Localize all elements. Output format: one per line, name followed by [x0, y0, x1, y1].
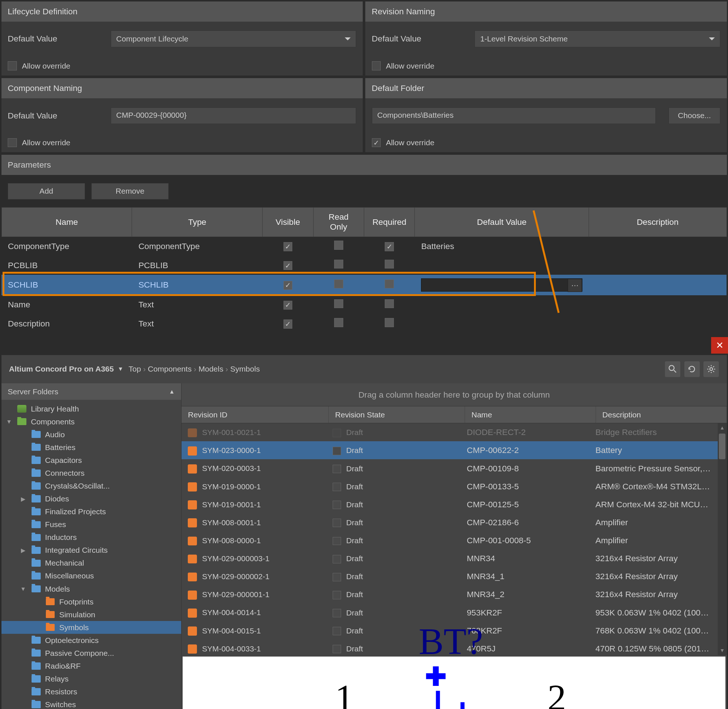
expand-icon[interactable]: ▶ — [19, 547, 27, 554]
close-button[interactable]: ✕ — [711, 337, 728, 354]
grid-row[interactable]: SYM-019-0001-1DraftCMP-00125-5ARM Cortex… — [182, 496, 718, 514]
checkbox[interactable] — [333, 483, 341, 491]
expand-icon[interactable]: ▶ — [19, 495, 27, 503]
grid-row[interactable]: SYM-001-0021-1DraftDIODE-RECT-2Bridge Re… — [182, 423, 718, 441]
tree-item[interactable]: Resistors — [1, 686, 181, 698]
grid-column-header[interactable]: Revision State — [328, 406, 465, 423]
expand-icon[interactable] — [19, 636, 27, 644]
checkbox[interactable] — [333, 609, 341, 617]
grid-row[interactable]: SYM-008-0000-1DraftCMP-001-0008-5Amplifi… — [182, 531, 718, 550]
scroll-down-icon[interactable]: ▼ — [719, 648, 725, 654]
tree-item[interactable]: Miscellaneous — [1, 570, 181, 582]
refresh-icon[interactable] — [684, 361, 700, 377]
expand-icon[interactable] — [19, 649, 27, 657]
column-header[interactable]: Required — [364, 208, 414, 237]
expand-icon[interactable] — [34, 598, 41, 605]
scrollbar-thumb[interactable] — [719, 433, 725, 459]
grid-column-header[interactable]: Revision ID — [182, 406, 328, 423]
tree-item[interactable]: Inductors — [1, 531, 181, 544]
checkbox[interactable] — [333, 429, 341, 437]
component-naming-input[interactable]: CMP-00029-{00000} — [111, 108, 356, 124]
tree-item[interactable]: ▶Integrated Circuits — [1, 544, 181, 557]
tree-item[interactable]: Footprints — [1, 595, 181, 608]
grid-row[interactable]: SYM-008-0001-1DraftCMP-02186-6Amplifier — [182, 514, 718, 531]
checkbox[interactable] — [334, 299, 343, 308]
tree-item[interactable]: Crystals&Oscillat... — [1, 480, 181, 493]
grid-row[interactable]: SYM-004-0014-1Draft953KR2F953K 0.063W 1%… — [182, 603, 718, 621]
checkbox[interactable] — [283, 301, 293, 310]
param-row[interactable]: NameText — [1, 295, 727, 314]
checkbox[interactable] — [333, 447, 341, 455]
checkbox[interactable] — [334, 318, 343, 327]
expand-icon[interactable] — [19, 662, 27, 670]
expand-icon[interactable] — [19, 701, 27, 709]
tree-item[interactable]: Capacitors — [1, 454, 181, 467]
checkbox[interactable] — [333, 537, 341, 546]
tree-item[interactable]: ▶Diodes — [1, 493, 181, 505]
column-header[interactable]: Name — [1, 208, 132, 237]
checkbox[interactable] — [333, 465, 341, 473]
tree-item[interactable]: Radio&RF — [1, 659, 181, 673]
column-header[interactable]: Type — [132, 208, 263, 237]
tree-item[interactable]: Optoelectronics — [1, 634, 181, 647]
breadcrumb-item[interactable]: Symbols — [231, 365, 260, 373]
expand-icon[interactable]: ▼ — [5, 418, 13, 426]
grid-column-header[interactable]: Name — [465, 406, 596, 423]
expand-icon[interactable] — [34, 611, 41, 619]
checkbox[interactable] — [333, 555, 341, 563]
tree-item[interactable]: Finalized Projects — [1, 505, 181, 518]
column-header[interactable]: Visible — [263, 208, 313, 237]
column-header[interactable]: Read Only — [313, 208, 364, 237]
checkbox[interactable] — [385, 299, 394, 308]
expand-icon[interactable] — [19, 572, 27, 580]
checkbox[interactable] — [334, 260, 343, 269]
chevron-up-icon[interactable]: ▲ — [169, 388, 175, 395]
expand-icon[interactable] — [34, 623, 41, 631]
expand-icon[interactable] — [19, 456, 27, 464]
tree-item[interactable]: Mechanical — [1, 557, 181, 570]
checkbox[interactable] — [385, 242, 394, 251]
grid-row[interactable]: SYM-029-000003-1DraftMNR343216x4 Resisto… — [182, 550, 718, 567]
source-dropdown[interactable]: Altium Concord Pro on A365 ▼ — [9, 365, 124, 373]
expand-icon[interactable] — [19, 482, 27, 490]
tree-item[interactable]: Relays — [1, 673, 181, 685]
checkbox[interactable] — [283, 319, 293, 329]
tree-item[interactable]: Symbols — [1, 621, 181, 634]
tree-item[interactable]: Library Health — [1, 403, 181, 415]
param-row[interactable]: ComponentTypeComponentTypeBatteries — [1, 236, 727, 256]
checkbox[interactable] — [283, 242, 293, 251]
expand-icon[interactable]: ▼ — [19, 585, 27, 593]
tree-item[interactable]: Simulation — [1, 608, 181, 621]
checkbox[interactable] — [333, 573, 341, 581]
tree-item[interactable]: ▼Models — [1, 582, 181, 595]
allow-override-checkbox[interactable] — [8, 138, 17, 147]
grid-row[interactable]: SYM-023-0000-1DraftCMP-00622-2Battery — [182, 441, 718, 459]
browse-button[interactable]: … — [568, 279, 582, 292]
tree-item[interactable]: Passive Compone... — [1, 647, 181, 659]
checkbox[interactable] — [334, 241, 343, 250]
checkbox[interactable] — [283, 261, 293, 270]
choose-button[interactable]: Choose... — [668, 108, 720, 124]
breadcrumb-item[interactable]: Models — [198, 365, 223, 373]
expand-icon[interactable] — [19, 675, 27, 683]
expand-icon[interactable] — [19, 688, 27, 696]
tree-item[interactable]: Fuses — [1, 518, 181, 531]
column-header[interactable]: Default Value — [415, 208, 589, 237]
checkbox[interactable] — [385, 318, 394, 327]
tree-item[interactable]: Batteries — [1, 441, 181, 454]
tree-item[interactable]: Connectors — [1, 467, 181, 479]
grid-row[interactable]: SYM-020-0003-1DraftCMP-00109-8Barometric… — [182, 459, 718, 477]
breadcrumb-item[interactable]: Components — [148, 365, 191, 373]
grid-row[interactable]: SYM-029-000002-1DraftMNR34_13216x4 Resis… — [182, 567, 718, 585]
add-button[interactable]: Add — [8, 183, 85, 200]
grid-row[interactable]: SYM-019-0000-1DraftCMP-00133-5ARM® Corte… — [182, 477, 718, 496]
remove-button[interactable]: Remove — [91, 183, 169, 200]
column-header[interactable]: Description — [589, 208, 727, 237]
scroll-up-icon[interactable]: ▲ — [719, 425, 725, 431]
expand-icon[interactable] — [19, 559, 27, 567]
expand-icon[interactable] — [19, 508, 27, 516]
expand-icon[interactable] — [19, 469, 27, 477]
tree-item[interactable]: ▼Components — [1, 415, 181, 428]
checkbox[interactable] — [333, 591, 341, 599]
allow-override-checkbox[interactable] — [8, 61, 17, 70]
